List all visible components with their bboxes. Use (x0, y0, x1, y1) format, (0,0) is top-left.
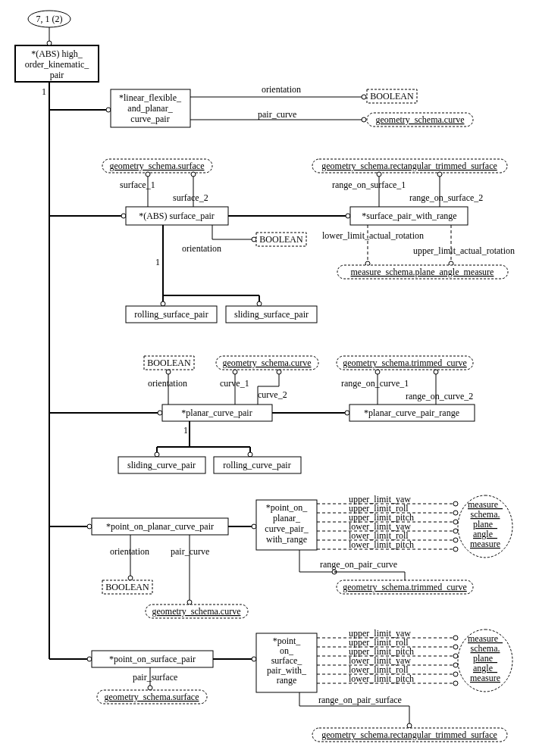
svg-text:order_kinematic_: order_kinematic_ (25, 59, 90, 70)
svg-text:angle_: angle_ (473, 663, 498, 673)
svg-point-19 (146, 172, 150, 177)
svg-point-12 (362, 95, 366, 99)
svg-point-69 (345, 411, 349, 415)
svg-text:*planar_curve_pair: *planar_curve_pair (181, 408, 252, 418)
svg-point-142 (148, 686, 152, 690)
svg-point-66 (158, 411, 162, 415)
pair-surface: pair_surface (133, 672, 177, 683)
svg-text:*planar_curve_pair_range: *planar_curve_pair_range (364, 408, 459, 418)
curve-1: curve_1 (220, 378, 249, 389)
svg-point-62 (375, 370, 380, 374)
svg-point-60 (277, 370, 281, 374)
svg-text:measure_: measure_ (468, 499, 503, 510)
range-on-curve-1: range_on_curve_1 (341, 378, 409, 389)
svg-text:pair_with_: pair_with_ (267, 665, 307, 676)
svg-text:range: range (277, 675, 297, 686)
svg-text:*surface_pair_with_range: *surface_pair_with_range (362, 211, 456, 221)
svg-text:curve_pair: curve_pair (130, 114, 169, 124)
svg-text:with_range: with_range (266, 534, 307, 545)
orientation-3: orientation (148, 378, 187, 389)
svg-text:BOOLEAN: BOOLEAN (259, 234, 303, 245)
orientation-1: orientation (262, 84, 301, 95)
svg-point-45 (161, 301, 165, 306)
one-3: 1 (183, 425, 188, 436)
svg-point-132 (87, 657, 92, 661)
surface-1: surface_1 (120, 180, 155, 190)
svg-point-112 (128, 576, 133, 580)
svg-text:*(ABS) surface_pair: *(ABS) surface_pair (139, 211, 215, 221)
svg-point-64 (434, 370, 438, 374)
svg-text:geometry_schema.rectangular_tr: geometry_schema.rectangular_trimmed_surf… (321, 729, 497, 740)
lower-limit-actual: lower_limit_actual_rotation (322, 230, 424, 241)
svg-text:schema.: schema. (471, 643, 500, 654)
range-on-pair-surface: range_on_pair_surface (318, 695, 402, 705)
svg-text:measure_schema.plane_angle_mea: measure_schema.plane_angle_measure (351, 267, 494, 277)
svg-text:geometry_schema.rectangular_tr: geometry_schema.rectangular_trimmed_surf… (321, 161, 497, 171)
svg-point-94 (453, 501, 458, 506)
svg-point-95 (453, 511, 458, 515)
svg-text:curve_pair_: curve_pair_ (265, 523, 309, 534)
svg-point-15 (362, 117, 366, 122)
svg-point-26 (346, 214, 350, 218)
page-ref-label: 7, 1 (2) (36, 14, 63, 24)
svg-text:lower_limit_pitch: lower_limit_pitch (349, 673, 414, 684)
svg-point-30 (377, 172, 381, 177)
svg-text:geometry_schema.curve: geometry_schema.curve (223, 358, 312, 368)
svg-point-152 (453, 654, 458, 658)
svg-point-154 (453, 672, 458, 676)
svg-text:and_planar_: and_planar_ (127, 103, 173, 114)
upper-limit-actual: upper_limit_actual_rotation (413, 245, 515, 256)
svg-point-115 (187, 600, 192, 604)
svg-text:measure_: measure_ (468, 633, 503, 644)
svg-point-40 (252, 237, 256, 242)
svg-text:geometry_schema.curve: geometry_schema.curve (152, 606, 241, 617)
svg-text:*linear_flexible_: *linear_flexible_ (119, 92, 182, 103)
svg-text:measure: measure (470, 673, 500, 683)
svg-point-151 (453, 645, 458, 649)
svg-text:rolling_curve_pair: rolling_curve_pair (223, 460, 290, 470)
svg-text:geometry_schema.surface: geometry_schema.surface (105, 692, 199, 702)
svg-text:angle_: angle_ (473, 529, 498, 539)
svg-point-97 (453, 529, 458, 533)
root-line3: pair (50, 70, 64, 80)
svg-text:sliding_surface_pair: sliding_surface_pair (234, 309, 309, 320)
svg-point-54 (166, 370, 171, 374)
svg-text:geometry_schema.surface: geometry_schema.surface (110, 161, 205, 171)
svg-text:geometry_schema.trimmed_curve: geometry_schema.trimmed_curve (343, 582, 467, 592)
svg-text:lower_limit_pitch: lower_limit_pitch (349, 539, 414, 550)
svg-text:planar_: planar_ (273, 513, 301, 523)
svg-text:BOOLEAN: BOOLEAN (147, 358, 191, 368)
orientation-2: orientation (182, 243, 221, 254)
svg-text:*point_on_surface_pair: *point_on_surface_pair (109, 654, 196, 664)
svg-text:measure: measure (470, 539, 500, 549)
svg-text:BOOLEAN: BOOLEAN (105, 582, 149, 592)
svg-point-155 (453, 681, 458, 686)
svg-point-150 (453, 636, 458, 640)
pair-curve-2: pair_curve (171, 546, 209, 557)
svg-point-99 (453, 547, 458, 551)
svg-point-135 (252, 657, 256, 661)
one-1: 1 (42, 86, 46, 97)
range-on-pair-curve: range_on_pair_curve (320, 559, 397, 570)
svg-text:plane_: plane_ (473, 653, 498, 664)
svg-point-4 (47, 41, 52, 45)
svg-point-32 (437, 172, 442, 177)
surface-2: surface_2 (173, 192, 208, 203)
svg-point-56 (233, 370, 237, 374)
svg-text:*point_: *point_ (273, 636, 302, 646)
svg-text:plane_: plane_ (473, 519, 498, 530)
root-line2: order_kinematic_ (25, 59, 90, 70)
svg-point-74 (155, 452, 159, 457)
svg-point-23 (121, 214, 126, 218)
svg-text:*point_on_: *point_on_ (266, 502, 309, 513)
svg-point-98 (453, 538, 458, 542)
svg-text:on_: on_ (280, 645, 294, 656)
svg-text:pair: pair (50, 70, 64, 80)
svg-point-21 (191, 172, 196, 177)
svg-text:geometry_schema.trimmed_curve: geometry_schema.trimmed_curve (343, 358, 467, 368)
svg-point-7 (106, 108, 111, 112)
root-line1: *(ABS) high_ (31, 48, 83, 59)
svg-text:sliding_curve_pair: sliding_curve_pair (127, 460, 196, 470)
svg-point-48 (257, 301, 262, 306)
one-2: 1 (155, 257, 160, 267)
